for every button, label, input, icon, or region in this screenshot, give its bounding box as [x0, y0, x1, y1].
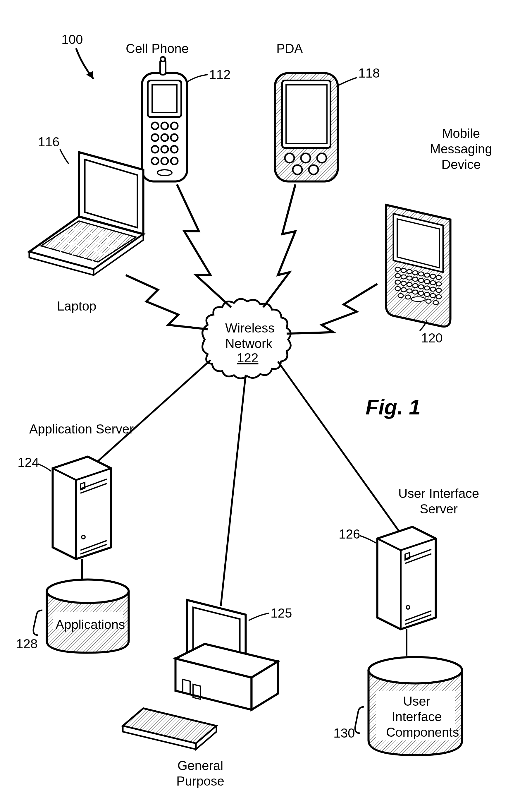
svg-point-48 [419, 278, 424, 282]
svg-point-38 [407, 270, 412, 274]
svg-point-66 [430, 294, 436, 298]
svg-point-56 [419, 285, 424, 289]
svg-point-57 [424, 286, 430, 290]
svg-point-89 [368, 657, 462, 683]
cellphone-icon [142, 57, 208, 182]
svg-point-23 [285, 153, 294, 163]
wireless-link-mobile-msg [287, 284, 377, 334]
gpc-icon [123, 600, 278, 749]
svg-point-46 [407, 276, 412, 280]
svg-point-47 [413, 277, 418, 281]
svg-marker-1 [86, 71, 94, 79]
svg-point-49 [424, 279, 430, 283]
svg-point-63 [413, 290, 418, 294]
link-gpc [221, 375, 246, 606]
svg-point-59 [436, 288, 441, 292]
svg-point-65 [424, 292, 430, 296]
svg-point-41 [424, 273, 430, 277]
svg-point-80 [47, 579, 129, 603]
cellphone-label: Cell Phone [126, 41, 189, 56]
ui-server-icon [377, 527, 436, 656]
svg-point-69 [405, 295, 411, 299]
svg-point-71 [426, 299, 431, 303]
svg-point-39 [413, 271, 418, 275]
ui-server-ref: 126 [339, 527, 360, 541]
svg-point-43 [436, 275, 441, 279]
pda-ref: 118 [358, 66, 380, 80]
svg-point-50 [430, 281, 436, 285]
app-server-label: Application Server [29, 422, 134, 437]
wireless-link-pda [263, 184, 296, 307]
ui-components-db-label: User Interface Components [386, 694, 448, 740]
gpc-label: General Purpose Computer [154, 758, 247, 792]
svg-point-42 [430, 274, 436, 278]
system-ref-arrow [76, 48, 94, 79]
applications-db-icon [33, 579, 129, 653]
ui-server-label: User Interface Server [398, 486, 480, 517]
svg-point-55 [413, 283, 418, 288]
svg-point-25 [317, 153, 326, 163]
laptop-icon [29, 152, 143, 275]
laptop-label: Laptop [57, 298, 96, 314]
app-server-icon [53, 457, 111, 579]
leader-126 [360, 536, 376, 543]
mobile-msg-label: Mobile Messaging Device [430, 126, 492, 172]
mobile-msg-ref: 120 [421, 331, 442, 345]
mobile-messaging-icon [386, 205, 450, 327]
svg-point-52 [395, 280, 400, 284]
svg-rect-4 [152, 85, 177, 113]
wireless-link-cellphone [177, 184, 231, 307]
pda-label: PDA [277, 41, 303, 56]
svg-point-54 [407, 282, 412, 287]
svg-point-27 [309, 165, 318, 174]
link-ui-server [278, 362, 402, 536]
cellphone-ref: 112 [209, 67, 230, 82]
gpc-ref: 125 [270, 606, 292, 621]
svg-point-72 [433, 300, 438, 305]
applications-db-label: Applications [56, 617, 125, 632]
svg-point-19 [160, 57, 165, 61]
svg-point-67 [436, 295, 441, 299]
svg-point-45 [401, 275, 406, 279]
svg-point-24 [301, 153, 310, 163]
leader-124 [38, 464, 51, 471]
pda-icon [275, 73, 357, 182]
svg-rect-22 [286, 85, 327, 143]
svg-point-26 [293, 165, 302, 174]
link-app-server [96, 360, 211, 462]
svg-point-68 [398, 294, 403, 298]
svg-point-36 [395, 267, 400, 271]
wireless-network-ref: 122 [237, 351, 258, 365]
figure-label: Fig. 1 [366, 395, 421, 419]
laptop-ref: 116 [38, 135, 59, 149]
svg-point-44 [395, 274, 400, 278]
svg-point-62 [407, 289, 412, 293]
svg-point-61 [401, 288, 406, 292]
ui-components-db-ref: 130 [334, 726, 355, 740]
svg-point-51 [436, 282, 441, 286]
leader-116 [60, 149, 69, 164]
svg-point-60 [395, 287, 400, 291]
applications-db-ref: 128 [16, 637, 37, 651]
svg-point-58 [430, 287, 436, 291]
system-ref: 100 [61, 32, 83, 47]
wireless-network-label: Wireless Network [225, 320, 269, 351]
svg-point-53 [401, 281, 406, 286]
svg-point-70 [411, 297, 425, 301]
app-server-ref: 124 [18, 455, 39, 470]
svg-point-64 [419, 291, 424, 295]
wireless-link-laptop [126, 275, 208, 329]
svg-point-40 [419, 272, 424, 276]
svg-point-37 [401, 269, 406, 273]
